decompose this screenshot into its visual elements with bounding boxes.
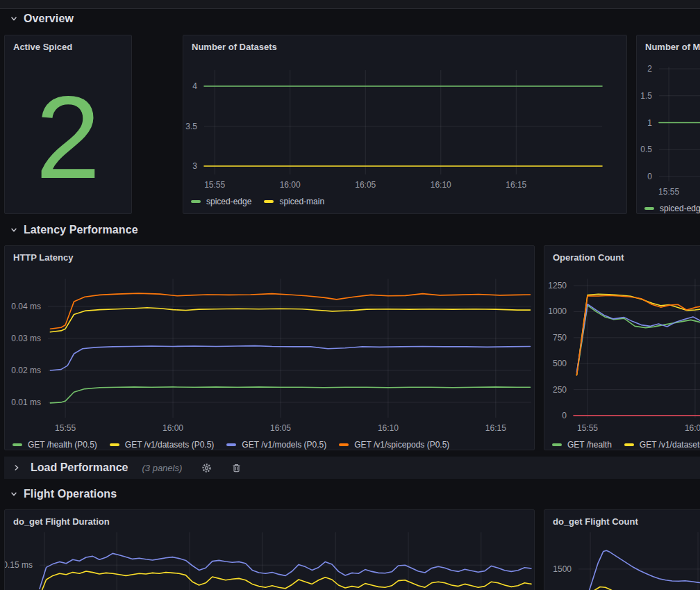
operation_count-plot-area[interactable] — [574, 279, 700, 418]
panel-do-get-flight-duration: do_get Flight Duration 0.15 ms — [4, 509, 535, 590]
y-axis-label: 0.04 ms — [11, 302, 41, 311]
legend-item[interactable]: GET /v1/datasets (P0.5) — [110, 440, 215, 450]
section-latency-performance[interactable]: Latency Performance — [10, 220, 138, 240]
http_latency-series-3 — [50, 293, 530, 329]
number_of_models-plot-area[interactable] — [659, 67, 700, 181]
legend-series-label: GET /v1/datasets (P0.5) — [125, 440, 215, 450]
section-title: Latency Performance — [24, 224, 138, 236]
chevron-down-icon — [10, 226, 18, 234]
y-axis-label: 0.5 — [640, 145, 652, 154]
y-axis-label: 250 — [553, 385, 567, 395]
x-axis-label: 16:05 — [338, 180, 393, 190]
x-axis-label: 16:10 — [360, 423, 416, 433]
y-axis-label: 0.15 ms — [4, 560, 33, 570]
x-axis-label: 16:05 — [253, 423, 308, 433]
y-axis-label: 500 — [553, 359, 567, 368]
y-axis-label: 0 — [562, 411, 567, 420]
legend-item[interactable]: spiced-edge — [191, 197, 251, 206]
grafana-dashboard: Overview Active Spiced 2 Number of Datas… — [0, 0, 700, 590]
http_latency-series-1 — [50, 308, 530, 332]
legend-item[interactable]: GET /v1/models (P0.5) — [226, 440, 326, 450]
legend-series-label: GET /v1/spicepods (P0.5) — [354, 440, 449, 450]
section-load-performance[interactable]: Load Performance (3 panels) — [4, 457, 700, 479]
x-axis-label: 15:55 — [187, 180, 242, 190]
legend-item[interactable]: GET /v1/spicepods (P0.5) — [339, 440, 449, 450]
y-axis-label: 4 — [192, 81, 197, 91]
x-axis-label: 16:15 — [488, 180, 544, 190]
x-axis-label: 15:55 — [641, 187, 697, 197]
legend-series-dash — [191, 200, 201, 203]
chevron-down-icon — [10, 15, 18, 23]
x-axis-label: 16:10 — [413, 180, 469, 190]
panel-http-latency: HTTP Latency 0.01 ms0.02 ms0.03 ms0.04 m… — [4, 245, 535, 450]
section-flight-operations[interactable]: Flight Operations — [10, 484, 117, 504]
do_get_flight_duration-plot-area[interactable] — [40, 532, 531, 590]
panel-title[interactable]: Number of Datasets — [192, 42, 277, 52]
legend-series-label: spiced-edge — [660, 204, 700, 213]
panel-title[interactable]: Active Spiced — [13, 42, 72, 52]
section-title: Flight Operations — [24, 488, 117, 500]
number_of_datasets-legend: spiced-edgespiced-main — [191, 197, 324, 206]
legend-item[interactable]: spiced-edge — [644, 204, 700, 213]
legend-item[interactable]: GET /health (P0.5) — [12, 440, 97, 450]
stat-value: 2 — [5, 62, 131, 213]
panel-title[interactable]: Operation Count — [553, 252, 624, 263]
legend-series-label: GET /health — [567, 440, 612, 450]
panel-number-of-models: Number of Models 00.511.5215:55spiced-ed… — [636, 35, 700, 214]
y-axis-label: 3.5 — [185, 122, 197, 131]
panel-title[interactable]: HTTP Latency — [13, 252, 73, 263]
do_get_flight_count-plot-area[interactable] — [578, 532, 700, 590]
y-axis-label: 750 — [553, 333, 567, 343]
chevron-right-icon — [12, 464, 21, 472]
y-axis-label: 0.02 ms — [11, 366, 41, 375]
number_of_datasets-plot-area[interactable] — [204, 70, 602, 174]
panel-number-of-datasets: Number of Datasets 33.5415:5516:0016:051… — [183, 35, 627, 214]
legend-series-dash — [552, 443, 562, 446]
panel-do-get-flight-count: do_get Flight Count 1500 — [544, 509, 700, 590]
operation_count-series-0 — [577, 305, 700, 375]
x-axis-label: 15:55 — [560, 423, 615, 433]
gear-icon[interactable] — [201, 463, 212, 473]
y-axis-label: 0.01 ms — [11, 398, 41, 407]
x-axis-label: 16:00 — [667, 423, 700, 433]
y-axis-label: 1250 — [548, 281, 567, 290]
http_latency-plot-area[interactable] — [48, 279, 531, 418]
legend-series-label: spiced-edge — [206, 197, 251, 206]
do_get_flight_duration-series-0 — [40, 553, 531, 589]
panel-operation-count: Operation Count 02505007501000125015:551… — [544, 245, 700, 450]
legend-series-label: spiced-main — [279, 197, 324, 206]
panel-title[interactable]: do_get Flight Count — [553, 516, 638, 527]
operation_count-legend: GET /healthGET /v1/datasetsGET /v1/model… — [552, 440, 700, 450]
legend-item[interactable]: spiced-main — [264, 197, 324, 206]
legend-series-dash — [339, 443, 349, 446]
top-toolbar — [0, 0, 700, 9]
legend-series-dash — [644, 207, 654, 210]
legend-series-label: GET /v1/models (P0.5) — [242, 440, 326, 450]
legend-series-label: GET /health (P0.5) — [28, 440, 97, 450]
section-title: Load Performance — [31, 461, 128, 474]
section-overview[interactable]: Overview — [10, 9, 74, 28]
http_latency-series-0 — [50, 387, 530, 403]
y-axis-label: 1 — [647, 118, 652, 128]
x-axis-label: 16:15 — [468, 423, 524, 433]
legend-series-dash — [12, 443, 22, 446]
operation_count-series-2 — [577, 304, 700, 372]
y-axis-label: 2 — [647, 64, 652, 74]
trash-icon[interactable] — [231, 463, 242, 473]
legend-item[interactable]: GET /health — [552, 440, 612, 450]
http_latency-series-2 — [50, 346, 530, 370]
panels-count-note: (3 panels) — [142, 463, 182, 473]
legend-series-dash — [264, 200, 274, 203]
http_latency-legend: GET /health (P0.5)GET /v1/datasets (P0.5… — [12, 440, 449, 450]
legend-item[interactable]: GET /v1/datasets — [624, 440, 700, 450]
do_get_flight_duration-series-1 — [40, 571, 531, 590]
do_get_flight_count-series-0 — [588, 550, 700, 590]
panel-title[interactable]: do_get Flight Duration — [13, 516, 110, 527]
x-axis-label: 15:55 — [38, 423, 93, 433]
legend-series-dash — [226, 443, 236, 446]
panel-title[interactable]: Number of Models — [645, 42, 700, 52]
y-axis-label: 0.03 ms — [11, 334, 41, 343]
section-title: Overview — [24, 13, 74, 25]
x-axis-label: 16:00 — [262, 180, 318, 190]
y-axis-label: 1500 — [553, 564, 572, 574]
